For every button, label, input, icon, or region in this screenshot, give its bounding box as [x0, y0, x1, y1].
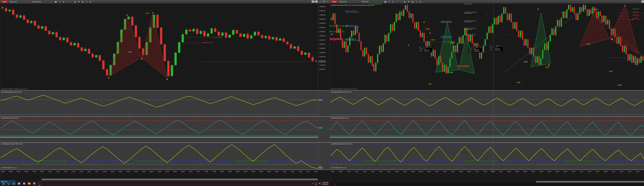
time-axis-label: 11:42	[306, 171, 310, 172]
toolbar-icons: ▮▮✎⊕⊖+▤⚑▥∿⊞	[384, 1, 422, 3]
time-axis-label: 11:56	[314, 171, 318, 172]
signal-arrow-icon: ▼	[509, 34, 510, 35]
chart-canvas[interactable]: 64.2155.2612.63201012400.0012380.0012360…	[0, 0, 330, 186]
level-line	[201, 62, 318, 62]
interval-dropdown[interactable]: 1000 Tick ∨	[361, 1, 382, 3]
volume-icon[interactable]	[319, 183, 320, 184]
zoom-out-icon[interactable]: ⊖	[396, 1, 399, 3]
chart-window-left: Chart NQ 12-22 ∨ 5000 Volume ∨ ▮▮✎⊕⊖+▤⚑▥…	[0, 0, 330, 186]
scroll-right-button[interactable]: ▶	[318, 178, 322, 180]
signal-arrow-icon: ▼	[448, 31, 449, 32]
ninjatrader-icon[interactable]: N	[333, 183, 336, 185]
time-axis-label: 11:53	[636, 171, 639, 172]
chart-scrollbar[interactable]: ||	[41, 178, 318, 180]
time-axis-label: 14:59	[134, 171, 138, 172]
instrument-dropdown[interactable]: NQ 12-22 ∨	[9, 1, 30, 3]
level-line	[422, 42, 444, 42]
strategies-icon[interactable]: ∿	[85, 1, 88, 3]
chart-canvas[interactable]: 57.4329.6026.3124.00201012260.0012250.00…	[330, 0, 644, 186]
time-axis-label: 15:01	[387, 171, 390, 172]
instrument-link-button[interactable]	[312, 1, 314, 3]
ninjatrader-button[interactable]: N	[38, 182, 41, 185]
instrument-link-button[interactable]	[641, 1, 644, 3]
draw-icon[interactable]: ✎	[388, 1, 391, 3]
time-axis-label: 15:28	[395, 171, 398, 172]
time-axis-label: 10:26	[40, 171, 44, 172]
draw-icon[interactable]: ✎	[58, 1, 61, 3]
time-axis-label: 12:01	[64, 171, 67, 172]
time-axis-label: 08:56	[524, 171, 527, 172]
bar-type-icon[interactable]: ▮▮	[54, 1, 57, 3]
chart-scrollbar[interactable]: ||	[536, 181, 644, 183]
data-box-icon[interactable]: ▤	[74, 1, 77, 3]
interval-dropdown[interactable]: 5000 Volume ∨	[31, 1, 52, 3]
time-axis-label: 02:28	[158, 171, 161, 172]
time-axis-label: 06:08	[460, 171, 463, 172]
time-axis-label: 02:22	[435, 171, 439, 172]
restore-button[interactable]	[322, 1, 326, 3]
time-axis-label: 08:40	[1, 171, 5, 172]
fib-line	[464, 4, 472, 4]
crosshair-icon[interactable]: +	[400, 1, 402, 3]
signal-arrow-icon: ▼	[425, 27, 426, 28]
network-icon[interactable]	[315, 183, 317, 184]
chat-button[interactable]	[22, 182, 26, 185]
copyright-text: © 2022 NinjaTrader, LLC	[331, 167, 346, 168]
time-axis-label: 09:08	[260, 171, 263, 172]
minimize-button[interactable]	[318, 1, 322, 3]
interval-link-button[interactable]	[315, 1, 318, 3]
time-axis-label: 14:00	[126, 171, 130, 172]
time-axis-label: 03:51	[443, 171, 447, 172]
panel-label-hsi: hpcHSIIndicator (NQ 12-22)	[1, 117, 19, 119]
time-axis-label: 13:15	[331, 171, 334, 172]
crosshair-icon[interactable]: +	[70, 1, 73, 3]
time-axis-label: 16:18	[403, 171, 406, 172]
properties-icon[interactable]: ⊞	[89, 1, 92, 3]
taskbar: N ∧ 12:08 PM 9/14/2022	[0, 181, 330, 186]
zoom-in-icon[interactable]: ⊕	[392, 1, 395, 3]
time-axis-label: 00:45	[427, 171, 431, 172]
indicator-axis-tick: 10	[320, 169, 321, 170]
time-axis-label: 09:49	[275, 171, 278, 172]
time-axis-label: 14:26	[371, 171, 374, 172]
instrument-selector-float[interactable]: NQ 12-22	[0, 180, 16, 183]
price-axis-tick: 12160.00	[320, 56, 325, 57]
taskbar-clock[interactable]: 12:08 PM 9/14/2022	[322, 182, 328, 185]
chat-icon	[23, 182, 25, 184]
instrument-value: NQ 12-22	[10, 1, 17, 3]
time-axis-label: 13:57	[355, 171, 358, 172]
chrome-button[interactable]	[33, 182, 36, 185]
time-axis-label: 09:28	[267, 171, 270, 172]
chart-window-right: Chart NQ 12-22 ∨ 1000 Tick ∨ ▮▮✎⊕⊖+▤⚑▥∿⊞…	[330, 0, 644, 186]
signal-circle-icon	[333, 38, 335, 41]
zoom-in-icon[interactable]: ⊕	[62, 1, 65, 3]
alerts-icon[interactable]: ⚑	[407, 1, 410, 3]
time-axis-label: 09:07	[532, 171, 535, 172]
window-buttons: ✕	[312, 1, 329, 3]
time-axis-label: 09:35	[25, 171, 28, 172]
signal-arrow-icon: ▼	[638, 19, 639, 21]
time-axis-label: 11:09	[299, 171, 302, 172]
alerts-icon[interactable]: ⚑	[78, 1, 80, 3]
data-box-icon[interactable]: ▤	[403, 1, 406, 3]
strategies-icon[interactable]: ∿	[415, 1, 418, 3]
close-button[interactable]: ✕	[326, 1, 329, 3]
price-axis-tick: 12100.00	[320, 68, 325, 70]
instrument-value: NQ 12-22	[340, 1, 346, 3]
time-axis-label: 11:26	[620, 171, 623, 172]
watermark: Harmonic Pattern Collection v20.12.16	[331, 88, 357, 90]
file-explorer-button[interactable]	[28, 182, 31, 185]
tray-chevron-icon[interactable]: ∧	[312, 182, 313, 184]
widgets-button[interactable]	[17, 182, 20, 185]
fib-line	[345, 27, 360, 27]
price-axis-tick: 12180.00	[320, 52, 325, 53]
zoom-out-icon[interactable]: ⊖	[66, 1, 69, 3]
time-axis-label: 09:40	[556, 171, 559, 172]
bar-type-icon[interactable]: ▮▮	[384, 1, 387, 3]
indicators-icon[interactable]: ▥	[411, 1, 414, 3]
properties-icon[interactable]: ⊞	[419, 1, 422, 3]
instrument-dropdown[interactable]: NQ 12-22 ∨	[339, 1, 360, 3]
indicators-icon[interactable]: ▥	[81, 1, 84, 3]
chart-app-label: Chart	[1, 1, 8, 3]
signal-arrow-icon: ▼	[534, 45, 536, 46]
